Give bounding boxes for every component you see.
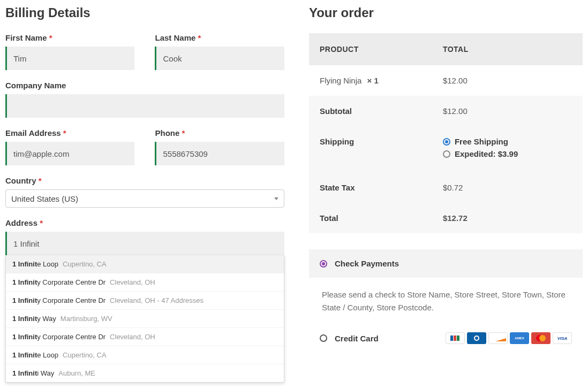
- phone-input[interactable]: [155, 142, 284, 165]
- product-total: $12.00: [432, 65, 583, 96]
- address-autocomplete: 1 Infinite LoopCupertino, CA1 Infinity C…: [5, 255, 284, 383]
- chevron-down-icon: [274, 197, 278, 200]
- email-label: Email Address *: [5, 128, 134, 138]
- radio-unchecked-icon: [320, 334, 327, 342]
- first-name-label: First Name *: [5, 33, 134, 42]
- autocomplete-item[interactable]: 1 Infinite LoopCupertino, CA: [6, 255, 284, 273]
- svg-point-4: [475, 337, 478, 340]
- shipping-option[interactable]: Expedited: $3.99: [443, 149, 572, 158]
- payment-cc-option[interactable]: Credit Card AMEX VISA: [309, 325, 583, 352]
- company-label: Company Name: [5, 81, 284, 90]
- svg-rect-2: [457, 335, 459, 341]
- required-mark: *: [63, 128, 66, 138]
- autocomplete-item[interactable]: 1 Infinity Corporate Centre DrCleveland,…: [6, 273, 284, 292]
- order-shipping-row: Shipping Free ShippingExpedited: $3.99: [309, 126, 583, 172]
- country-selected: United States (US): [11, 194, 78, 203]
- product-qty: × 1: [367, 76, 379, 85]
- address-label: Address *: [5, 218, 284, 227]
- phone-label: Phone *: [155, 128, 284, 138]
- company-input[interactable]: [5, 94, 284, 118]
- email-input[interactable]: [5, 142, 134, 165]
- diners-card-icon: [467, 332, 486, 344]
- order-tax-row: State Tax $0.72: [309, 172, 583, 203]
- required-mark: *: [182, 128, 185, 138]
- visa-card-icon: VISA: [553, 332, 572, 344]
- radio-unchecked-icon: [443, 150, 450, 158]
- required-mark: *: [40, 218, 43, 227]
- mastercard-card-icon: [531, 332, 551, 344]
- autocomplete-item[interactable]: 1 Infinity Corporate Centre DrCleveland,…: [6, 328, 284, 346]
- tax-label: State Tax: [309, 172, 432, 203]
- order-total-row: Total $12.72: [309, 203, 583, 233]
- required-mark: *: [198, 33, 201, 42]
- shipping-option-label: Free Shipping: [455, 137, 508, 146]
- order-subtotal-row: Subtotal $12.00: [309, 96, 583, 126]
- autocomplete-item[interactable]: 1 Infiniti WayAuburn, ME: [6, 364, 284, 382]
- col-total: TOTAL: [432, 33, 583, 65]
- svg-rect-1: [454, 335, 456, 341]
- amex-card-icon: AMEX: [510, 332, 529, 344]
- card-icons: AMEX VISA: [446, 332, 572, 344]
- shipping-option-label: Expedited: $3.99: [455, 149, 518, 158]
- radio-checked-icon: [443, 138, 450, 146]
- order-heading: Your order: [309, 5, 583, 20]
- autocomplete-item[interactable]: 1 Infinite LoopCupertino, CA: [6, 346, 284, 364]
- subtotal-value: $12.00: [432, 96, 583, 126]
- tax-value: $0.72: [432, 172, 583, 203]
- country-select[interactable]: United States (US): [5, 189, 284, 208]
- subtotal-label: Subtotal: [309, 96, 432, 126]
- country-label: Country *: [5, 176, 284, 185]
- address-input[interactable]: [5, 232, 284, 255]
- billing-heading: Billing Details: [5, 5, 284, 20]
- total-value: $12.72: [432, 203, 583, 233]
- last-name-label: Last Name *: [155, 33, 284, 42]
- col-product: PRODUCT: [309, 33, 432, 65]
- first-name-input[interactable]: [5, 47, 134, 70]
- autocomplete-item[interactable]: 1 Infinity Corporate Centre DrCleveland,…: [6, 292, 284, 310]
- order-product-row: Flying Ninja × 1 $12.00: [309, 65, 583, 96]
- autocomplete-item[interactable]: 1 Infinity WayMartinsburg, WV: [6, 310, 284, 328]
- shipping-option[interactable]: Free Shipping: [443, 137, 572, 146]
- payment-cc-label: Credit Card: [335, 334, 379, 343]
- required-mark: *: [49, 33, 52, 42]
- product-name: Flying Ninja: [320, 76, 361, 85]
- payment-check-option[interactable]: Check Payments: [309, 249, 583, 278]
- shipping-label: Shipping: [309, 126, 432, 172]
- order-table: PRODUCT TOTAL Flying Ninja × 1 $12.00 Su…: [309, 33, 583, 233]
- jcb-card-icon: [446, 332, 465, 344]
- payment-check-body: Please send a check to Store Name, Store…: [309, 278, 583, 325]
- discover-card-icon: [488, 332, 508, 344]
- svg-point-7: [539, 335, 546, 341]
- last-name-input[interactable]: [155, 47, 284, 70]
- svg-rect-0: [450, 335, 453, 341]
- radio-checked-icon: [320, 260, 327, 268]
- total-label: Total: [309, 203, 432, 233]
- required-mark: *: [39, 176, 42, 185]
- payment-check-label: Check Payments: [335, 259, 399, 268]
